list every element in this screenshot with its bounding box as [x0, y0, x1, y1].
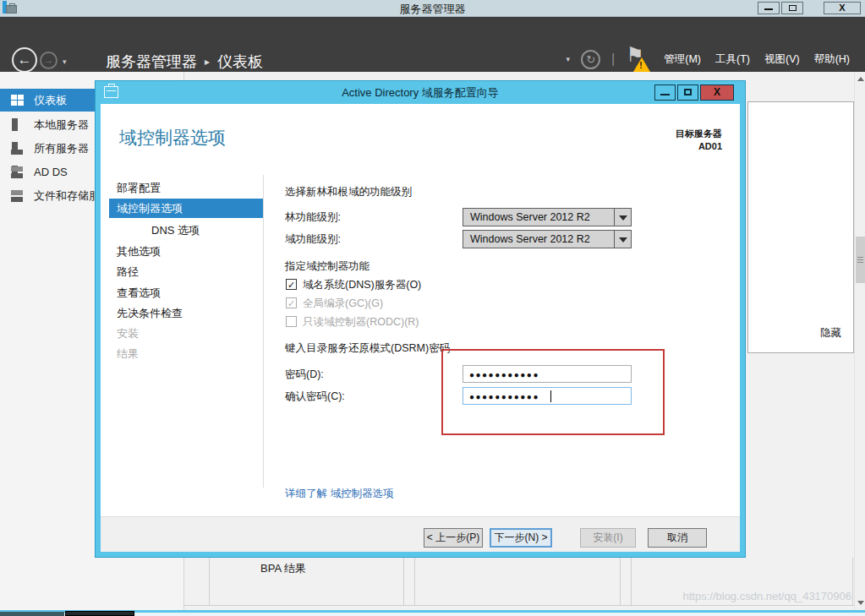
steps-divider — [263, 175, 264, 488]
window-title: 服务器管理器 — [0, 2, 865, 17]
confirm-password-label: 确认密码(C): — [285, 390, 345, 404]
file-storage-icon — [11, 189, 25, 202]
hide-button[interactable]: 隐藏 — [820, 326, 841, 341]
restore-icon — [789, 5, 797, 11]
learn-more-link[interactable]: 详细了解 域控制器选项 — [285, 487, 393, 501]
dialog-minimize-button[interactable] — [654, 84, 676, 101]
scroll-down-icon[interactable] — [857, 601, 864, 605]
navbar: ← → ▾ 服务器管理器▸仪表板 ▾ ↻ | ⚑ ! 管理(M) 工具(T) 视… — [0, 17, 865, 72]
vertical-scrollbar[interactable] — [854, 72, 865, 610]
menu-manage[interactable]: 管理(M) — [664, 52, 701, 67]
dialog-title: Active Directory 域服务配置向导 — [96, 85, 745, 101]
breadcrumb-current: 仪表板 — [217, 53, 263, 70]
step-additional-options[interactable]: 其他选项 — [109, 242, 263, 261]
dialog-footer: < 上一步(P) 下一步(N) > 安装(I) 取消 — [101, 516, 740, 552]
tile-border-bottom — [183, 605, 854, 606]
navbar-right-cluster: ▾ ↻ | ⚑ ! 管理(M) 工具(T) 视图(V) 帮助(H) — [567, 42, 850, 76]
nav-history-caret-icon[interactable]: ▾ — [63, 57, 67, 66]
step-results: 结果 — [109, 344, 263, 363]
functional-level-heading: 选择新林和根域的功能级别 — [285, 185, 412, 199]
dropdown-arrow-button[interactable] — [614, 231, 631, 248]
rodc-checkbox — [286, 316, 297, 327]
step-installation: 安装 — [109, 324, 263, 343]
scroll-up-icon[interactable] — [857, 77, 864, 81]
dialog-titlebar[interactable]: Active Directory 域服务配置向导 X — [96, 81, 745, 104]
step-review-options[interactable]: 查看选项 — [109, 283, 263, 303]
breadcrumb-root[interactable]: 服务器管理器 — [106, 53, 197, 70]
dialog-body: 域控制器选项 目标服务器 AD01 部署配置 域控制器选项 DNS 选项 其他选… — [101, 104, 740, 550]
dropdown-arrow-button[interactable] — [614, 209, 631, 226]
refresh-icon[interactable]: ↻ — [581, 50, 600, 69]
welcome-tile: 隐藏 — [747, 101, 854, 353]
minimize-icon — [660, 94, 670, 95]
notifications-flag-button[interactable]: ⚑ ! — [626, 45, 649, 74]
gc-checkbox: ✓ — [286, 297, 297, 308]
tile-border — [414, 558, 415, 605]
bottom-edge-strip — [0, 610, 865, 616]
password-label: 密码(D): — [285, 368, 324, 382]
step-paths[interactable]: 路径 — [109, 262, 263, 281]
capability-heading: 指定域控制器功能 — [285, 259, 370, 274]
chevron-down-icon — [619, 237, 627, 243]
main-titlebar: 服务器管理器 X — [0, 0, 865, 17]
forest-level-value: Windows Server 2012 R2 — [470, 211, 590, 223]
chevron-down-icon — [619, 215, 627, 221]
adds-wizard-dialog: Active Directory 域服务配置向导 X 域控制器选项 目标服务器 … — [95, 80, 746, 558]
taskbar-fragment — [65, 611, 134, 616]
forward-button[interactable]: → — [40, 52, 57, 69]
dns-checkbox-label[interactable]: 域名系统(DNS)服务器(O) — [303, 278, 421, 292]
all-servers-icon — [11, 142, 25, 155]
forest-level-label: 林功能级别: — [285, 210, 341, 225]
red-annotation-box — [441, 349, 665, 435]
step-prerequisites-check[interactable]: 先决条件检查 — [109, 303, 263, 323]
forest-level-dropdown[interactable]: Windows Server 2012 R2 — [463, 208, 632, 226]
local-server-icon — [11, 118, 25, 131]
restore-button[interactable] — [781, 2, 803, 14]
breadcrumb-separator-icon: ▸ — [205, 56, 210, 68]
minimize-icon — [764, 8, 773, 10]
dialog-close-button[interactable]: X — [700, 84, 734, 101]
target-server-label: 目标服务器 — [676, 128, 722, 140]
minimize-button[interactable] — [758, 2, 780, 14]
dsrm-heading: 键入目录服务还原模式(DSRM)密码 — [285, 341, 450, 356]
back-button[interactable]: ← — [12, 47, 37, 73]
bpa-results-label: BPA 结果 — [260, 561, 306, 576]
menu-view[interactable]: 视图(V) — [764, 52, 800, 67]
warning-exclamation: ! — [639, 61, 642, 70]
breadcrumb: 服务器管理器▸仪表板 — [106, 52, 263, 72]
sidebar-item-label: 本地服务器 — [34, 113, 89, 136]
page-title: 域控制器选项 — [119, 126, 226, 150]
menu-tools[interactable]: 工具(T) — [715, 52, 750, 67]
target-server-box: 目标服务器 AD01 — [676, 128, 722, 153]
step-dns-options[interactable]: DNS 选项 — [109, 221, 263, 240]
watermark: https://blog.csdn.net/qq_43170906 — [683, 590, 852, 602]
tile-border — [852, 558, 853, 605]
back-step-button[interactable]: < 上一步(P) — [424, 528, 483, 548]
domain-level-dropdown[interactable]: Windows Server 2012 R2 — [463, 230, 632, 248]
domain-level-value: Windows Server 2012 R2 — [470, 233, 590, 245]
scrollbar-grip-icon — [857, 257, 863, 258]
sidebar-item-label: 仪表板 — [34, 89, 67, 112]
cancel-button[interactable]: 取消 — [648, 528, 707, 548]
step-domain-controller-options[interactable]: 域控制器选项 — [109, 199, 263, 218]
ad-ds-icon — [11, 166, 25, 178]
sidebar-item-label: AD DS — [34, 161, 68, 183]
dashboard-grid-icon — [11, 94, 25, 106]
maximize-icon — [684, 89, 692, 95]
menu-help[interactable]: 帮助(H) — [814, 52, 850, 67]
next-step-button[interactable]: 下一步(N) > — [490, 528, 552, 548]
scrollbar-thumb[interactable] — [856, 237, 865, 283]
nav-separator: | — [611, 52, 615, 67]
target-server-name: AD01 — [676, 140, 722, 153]
taskbar-fragment — [0, 612, 64, 616]
dns-checkbox[interactable]: ✓ — [286, 279, 297, 290]
rodc-checkbox-label: 只读域控制器(RODC)(R) — [303, 315, 419, 330]
nav-dropdown-caret-icon[interactable]: ▾ — [567, 55, 571, 63]
step-deployment-config[interactable]: 部署配置 — [109, 178, 263, 198]
dialog-maximize-button[interactable] — [677, 84, 698, 101]
tile-border — [403, 558, 404, 605]
domain-level-label: 域功能级别: — [285, 232, 341, 247]
close-button[interactable]: X — [824, 2, 861, 14]
gc-checkbox-label: 全局编录(GC)(G) — [303, 297, 383, 311]
install-button: 安装(I) — [580, 528, 636, 548]
